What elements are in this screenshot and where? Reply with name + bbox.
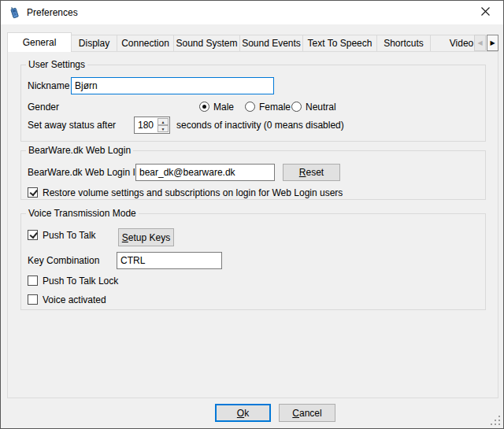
tab-text-to-speech[interactable]: Text To Speech <box>302 35 377 52</box>
tab-sound-system[interactable]: Sound System <box>173 35 240 52</box>
web-login-id-input[interactable] <box>135 164 275 181</box>
teamtalk-app-icon <box>8 6 20 19</box>
spinner-down-icon[interactable]: ▼ <box>158 125 169 132</box>
user-settings-group-title: User Settings <box>26 59 87 71</box>
preferences-tabbar: General Display Connection Sound System … <box>7 32 498 52</box>
tab-scroll-right-icon[interactable]: ▶ <box>487 35 498 51</box>
away-status-suffix: seconds of inactivity (0 means disabled) <box>176 116 344 134</box>
titlebar[interactable]: Preferences <box>1 1 503 24</box>
tab-sound-events[interactable]: Sound Events <box>239 35 303 52</box>
close-icon <box>481 7 490 18</box>
tab-video[interactable]: Video <box>430 35 474 52</box>
reset-button[interactable]: Reset <box>283 164 340 181</box>
spinner-buttons: ▲ ▼ <box>158 118 169 132</box>
push-to-talk-lock-label: Push To Talk Lock <box>43 272 118 290</box>
tab-scroll-left-icon[interactable]: ◀ <box>474 35 486 51</box>
web-login-id-label: BearWare.dk Web Login ID <box>28 164 142 181</box>
push-to-talk-lock-checkbox[interactable] <box>28 276 38 286</box>
key-combination-input[interactable] <box>117 252 222 269</box>
resize-grip[interactable] <box>490 415 500 425</box>
tab-panel-general: User Settings Nickname Gender Male Femal… <box>7 51 498 398</box>
tab-scroll-buttons: ◀ ▶ <box>474 35 498 51</box>
voice-transmission-group-title: Voice Transmission Mode <box>26 208 139 220</box>
tab-general[interactable]: General <box>7 32 72 52</box>
push-to-talk-label: Push To Talk <box>43 227 96 244</box>
gender-radio-female[interactable] <box>245 102 255 112</box>
tab-connection[interactable]: Connection <box>117 35 174 52</box>
setup-keys-button[interactable]: Setup Keys <box>118 228 174 246</box>
window-title: Preferences <box>27 1 78 24</box>
tab-shortcuts[interactable]: Shortcuts <box>376 35 431 52</box>
nickname-input[interactable] <box>71 77 274 94</box>
away-seconds-spinner: ▲ ▼ <box>134 116 170 134</box>
gender-radio-male-label: Male <box>213 98 234 116</box>
gender-radio-female-label: Female <box>259 98 291 116</box>
restore-volume-checkbox[interactable] <box>28 187 38 198</box>
spinner-up-icon[interactable]: ▲ <box>158 118 169 125</box>
gender-radio-male[interactable] <box>199 102 209 112</box>
tab-display[interactable]: Display <box>71 35 117 52</box>
voice-activated-checkbox[interactable] <box>28 294 38 305</box>
nickname-label: Nickname <box>28 77 69 94</box>
push-to-talk-checkbox[interactable] <box>28 230 38 240</box>
cancel-button[interactable]: Cancel <box>279 404 335 422</box>
voice-activated-label: Voice activated <box>43 291 106 309</box>
gender-label: Gender <box>28 98 59 116</box>
tab-strip: General Display Connection Sound System … <box>7 32 474 52</box>
gender-radio-neutral[interactable] <box>291 102 302 112</box>
restore-volume-label: Restore volume settings and subscription… <box>43 184 343 202</box>
gender-radio-neutral-label: Neutral <box>306 98 336 116</box>
web-login-group-title: BearWare.dk Web Login <box>26 145 133 157</box>
key-combination-label: Key Combination <box>28 252 99 269</box>
away-seconds-input[interactable] <box>135 117 157 133</box>
close-button[interactable] <box>468 1 503 24</box>
ok-button[interactable]: Ok <box>215 404 271 422</box>
away-status-label: Set away status after <box>28 116 116 134</box>
preferences-dialog: Preferences General Display Connection S… <box>0 0 504 429</box>
